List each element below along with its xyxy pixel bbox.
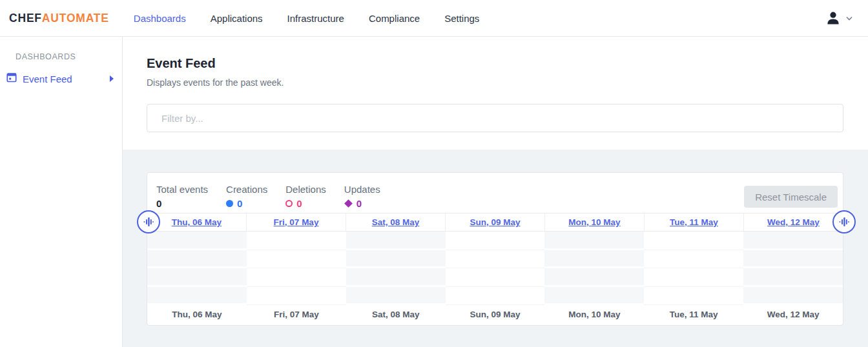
stat-label: Creations — [226, 184, 267, 195]
grid-column — [346, 232, 446, 305]
stat-creations: Creations 0 — [226, 184, 267, 209]
day-footer-label: Thu, 06 May — [147, 310, 247, 319]
stat-value: 0 — [356, 198, 362, 209]
day-link[interactable]: Wed, 12 May — [767, 217, 820, 227]
day-footer-label: Wed, 12 May — [743, 310, 843, 319]
stat-total-events: Total events 0 — [156, 184, 208, 209]
grid-cell — [446, 232, 545, 250]
day-link[interactable]: Tue, 11 May — [670, 217, 718, 227]
deletions-ring-icon — [285, 200, 293, 207]
grid-cell — [247, 232, 346, 250]
timescale-handle-left[interactable] — [137, 210, 160, 233]
grid-cell — [544, 268, 644, 287]
filter-bar — [147, 104, 843, 132]
logo-automate: AUTOMATE — [42, 12, 109, 25]
stat-updates: Updates 0 — [344, 184, 380, 209]
day-footer-label: Tue, 11 May — [644, 310, 743, 319]
creations-dot-icon — [226, 200, 233, 207]
sidebar-item-event-feed[interactable]: Event Feed — [0, 72, 122, 85]
nav-infrastructure[interactable]: Infrastructure — [287, 13, 344, 24]
day-link[interactable]: Sun, 09 May — [470, 217, 520, 227]
stats-row: Total events 0 Creations 0 Deletions 0 — [147, 173, 843, 213]
user-icon — [826, 11, 840, 25]
day-column-header: Thu, 06 May — [147, 213, 247, 231]
chevron-down-icon — [846, 16, 852, 21]
logo-chef: CHEF — [9, 12, 42, 25]
grid-cell — [446, 268, 545, 287]
grid-cell — [247, 287, 346, 306]
grid-cell — [544, 250, 644, 269]
day-footer-label: Sun, 09 May — [446, 310, 545, 319]
grid-column — [247, 232, 346, 305]
stat-label: Deletions — [285, 184, 326, 195]
grid-cell — [644, 250, 743, 269]
user-menu[interactable] — [826, 11, 852, 25]
slider-bars-icon — [839, 216, 849, 228]
grid-cell — [346, 287, 446, 306]
day-link[interactable]: Fri, 07 May — [274, 217, 319, 227]
stat-value: 0 — [156, 198, 161, 209]
page-subtitle: Displays events for the past week. — [147, 77, 843, 88]
grid-cell — [147, 250, 247, 269]
grid-column — [644, 232, 743, 305]
main-nav: Dashboards Applications Infrastructure C… — [134, 13, 480, 24]
event-feed-section: Total events 0 Creations 0 Deletions 0 — [123, 150, 868, 347]
updates-diamond-icon — [344, 199, 353, 208]
expand-arrow-icon — [110, 75, 114, 82]
grid-cell — [544, 287, 644, 306]
timeline-header: Thu, 06 May Fri, 07 May Sat, 08 May Sun,… — [147, 213, 843, 232]
day-column-header: Mon, 10 May — [545, 213, 645, 231]
grid-cell — [147, 268, 247, 287]
day-link[interactable]: Thu, 06 May — [172, 217, 222, 227]
nav-applications[interactable]: Applications — [211, 13, 263, 24]
nav-settings[interactable]: Settings — [444, 13, 479, 24]
filter-input[interactable] — [147, 104, 843, 132]
grid-column — [544, 232, 644, 305]
day-column-header: Fri, 07 May — [247, 213, 346, 231]
day-link[interactable]: Sat, 08 May — [372, 217, 420, 227]
grid-cell — [743, 250, 843, 269]
grid-cell — [743, 232, 843, 250]
sidebar-item-label: Event Feed — [23, 74, 72, 84]
timeline-grid — [147, 232, 843, 305]
stat-deletions: Deletions 0 — [285, 184, 326, 209]
stat-label: Total events — [156, 184, 208, 195]
sidebar: DASHBOARDS Event Feed — [0, 37, 123, 347]
grid-cell — [346, 232, 446, 250]
grid-cell — [644, 287, 743, 306]
calendar-icon — [6, 72, 17, 85]
app-window: CHEFAUTOMATE Dashboards Applications Inf… — [0, 0, 868, 347]
grid-column — [147, 232, 247, 305]
page-title: Event Feed — [147, 56, 843, 71]
stat-value: 0 — [237, 198, 242, 209]
grid-cell — [346, 268, 446, 287]
nav-dashboards[interactable]: Dashboards — [134, 13, 186, 24]
grid-column — [743, 232, 843, 305]
grid-cell — [644, 232, 743, 250]
grid-cell — [446, 287, 545, 306]
grid-cell — [247, 268, 346, 287]
grid-cell — [644, 268, 743, 287]
grid-cell — [147, 287, 247, 306]
grid-column — [446, 232, 545, 305]
grid-cell — [446, 250, 545, 269]
grid-cell — [147, 232, 247, 250]
nav-compliance[interactable]: Compliance — [369, 13, 420, 24]
stat-value: 0 — [296, 198, 302, 209]
page-header-zone: Event Feed Displays events for the past … — [123, 37, 868, 150]
reset-timescale-button[interactable]: Reset Timescale — [744, 186, 838, 208]
sidebar-heading: DASHBOARDS — [16, 52, 122, 61]
day-column-header: Sat, 08 May — [346, 213, 446, 231]
day-footer-label: Fri, 07 May — [247, 310, 346, 319]
chef-automate-logo[interactable]: CHEFAUTOMATE — [9, 12, 109, 25]
grid-cell — [743, 287, 843, 306]
day-link[interactable]: Mon, 10 May — [568, 217, 620, 227]
day-footer-label: Mon, 10 May — [544, 310, 644, 319]
day-column-header: Tue, 11 May — [645, 213, 744, 231]
timescale-handle-right[interactable] — [832, 210, 856, 233]
day-column-header: Wed, 12 May — [744, 213, 843, 231]
slider-bars-icon — [143, 216, 154, 228]
top-navbar: CHEFAUTOMATE Dashboards Applications Inf… — [0, 0, 868, 37]
grid-cell — [544, 232, 644, 250]
timeline-footer: Thu, 06 May Fri, 07 May Sat, 08 May Sun,… — [147, 305, 843, 324]
